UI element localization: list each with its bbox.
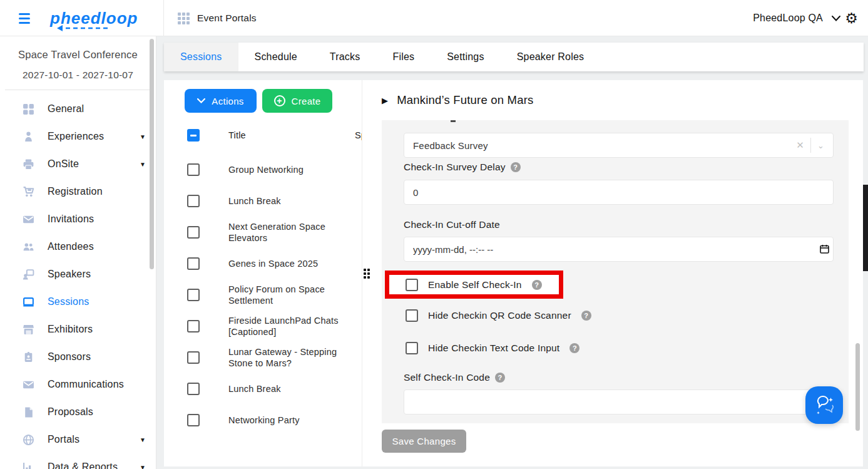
row-checkbox[interactable] [187,195,200,207]
checkin-settings-section: Feedback Survey ✕ ⌄ Check-In Survey Dela… [382,120,849,423]
column-divider [362,80,362,466]
chevron-down-icon: ▼ [140,161,146,168]
row-checkbox[interactable] [187,414,200,426]
sidebar-item-registration[interactable]: Registration [0,178,156,205]
enable-self-checkin-checkbox[interactable] [406,279,418,291]
row-checkbox[interactable] [187,257,200,270]
tab-speaker-roles[interactable]: Speaker Roles [501,43,601,71]
cart-icon [23,185,36,198]
sidebar-item-speakers[interactable]: Speakers [0,260,156,288]
table-row[interactable]: Policy Forum on Space Settlement [187,279,351,311]
sidebar-item-sponsors[interactable]: Sponsors [0,343,156,371]
clear-icon[interactable]: ✕ [796,140,804,151]
window-scrollbar-thumb[interactable] [863,185,868,271]
sidebar: Space Travel Conference 2027-10-01 - 202… [0,36,156,469]
chevron-down-icon: ▼ [140,464,146,469]
create-label: Create [292,96,321,106]
sidebar-item-label: Speakers [48,269,91,280]
hide-text-row: Hide Checkin Text Code Input ? [406,342,580,354]
row-checkbox[interactable] [187,163,200,176]
collapse-arrow-icon[interactable]: ▶ [382,96,388,105]
column-header-title[interactable]: Title [228,130,246,140]
select-all-checkbox[interactable] [187,129,200,142]
sidebar-item-sessions[interactable]: Sessions [0,288,156,316]
table-row[interactable]: Group Networking [187,154,351,185]
delay-label-row: Check-In Survey Delay ? [404,162,521,173]
sidebar-item-label: General [48,103,84,115]
hide-qr-label: Hide Checkin QR Code Scanner [428,310,571,321]
session-detail-panel: ▶ Mankind’s Future on Mars Feedback Surv… [374,80,864,466]
enable-self-checkin-label: Enable Self Check-In [428,279,522,291]
panel-scrollbar[interactable] [855,343,860,431]
sidebar-item-attendees[interactable]: Attendees [0,233,156,260]
hide-qr-row: Hide Checkin QR Code Scanner ? [406,309,591,322]
delay-input[interactable] [404,180,834,205]
help-icon[interactable]: ? [511,162,521,172]
table-row[interactable]: Networking Party [187,405,351,436]
help-icon[interactable]: ? [532,280,542,290]
sidebar-divider [5,90,151,90]
help-icon[interactable]: ? [569,343,580,353]
help-icon[interactable]: ? [495,373,505,383]
sidebar-item-portals[interactable]: Portals ▼ [0,426,156,453]
session-list-panel: Actions + Create Title Speakers Group Ne… [164,80,374,466]
save-changes-button[interactable]: Save Changes [382,430,466,453]
tab-sessions[interactable]: Sessions [164,43,238,71]
sidebar-item-label: Proposals [48,406,93,418]
event-dates: 2027-10-01 - 2027-10-07 [0,70,156,81]
annotation-highlight-box: Enable Self Check-In ? [385,271,563,299]
sidebar-item-exhibitors[interactable]: Exhibitors [0,316,156,343]
hide-text-checkbox[interactable] [406,342,418,354]
tab-files[interactable]: Files [376,43,431,71]
row-checkbox[interactable] [187,383,200,395]
sidebar-item-data-reports[interactable]: Data & Reports ▼ [0,453,156,469]
self-checkin-code-input[interactable] [404,389,834,415]
code-label: Self Check-In Code [404,372,490,383]
sidebar-item-label: Sponsors [48,351,91,363]
sidebar-nav: General Experiences ▼ OnSite ▼ Registrat… [0,95,156,469]
create-button[interactable]: + Create [262,89,332,113]
hide-qr-checkbox[interactable] [406,309,418,322]
hamburger-menu-icon[interactable] [19,13,30,24]
sidebar-item-invitations[interactable]: Invitations [0,205,156,233]
tab-tracks[interactable]: Tracks [314,43,377,71]
table-row[interactable]: Lunch Break [187,373,351,405]
cutoff-date-input[interactable] [404,237,834,262]
calendar-icon[interactable] [820,244,829,255]
table-row[interactable]: Lunch Break [187,185,351,217]
account-menu[interactable]: PheedLoop QA [753,0,840,36]
sidebar-scrollbar[interactable] [150,39,154,269]
chevron-down-icon[interactable]: ⌄ [817,141,824,150]
storefront-icon [23,323,36,336]
column-header-speakers[interactable]: Speakers [355,130,362,140]
sidebar-item-proposals[interactable]: Proposals [0,398,156,426]
sidebar-item-experiences[interactable]: Experiences ▼ [0,123,156,150]
sidebar-item-label: Communications [48,379,124,390]
feedback-survey-select[interactable]: Feedback Survey ✕ ⌄ [404,133,834,158]
pheedloop-logo[interactable]: pheedloop [50,9,138,28]
panel-resize-handle[interactable] [364,269,370,279]
table-row[interactable]: Fireside LaunchPad Chats [Captioned] [187,311,351,342]
tab-settings[interactable]: Settings [431,43,500,71]
table-row[interactable]: Next Generation Space Elevators [187,217,351,248]
help-icon[interactable]: ? [581,311,591,321]
delay-label: Check-In Survey Delay [404,162,506,173]
row-checkbox[interactable] [187,226,200,239]
row-checkbox[interactable] [187,320,200,332]
sidebar-item-onsite[interactable]: OnSite ▼ [0,150,156,178]
sidebar-item-communications[interactable]: Communications [0,371,156,398]
row-checkbox[interactable] [187,351,200,364]
cutoff-label-row: Check-In Cut-off Date [404,219,500,230]
actions-button[interactable]: Actions [185,89,257,113]
tab-schedule[interactable]: Schedule [238,43,314,71]
event-portals-button[interactable]: Event Portals [178,0,257,36]
table-row[interactable]: Genes in Space 2025 [187,248,351,279]
table-row[interactable]: Lunar Gateway - Stepping Stone to Mars? [187,342,351,373]
person-icon [23,130,36,143]
chat-support-button[interactable] [805,386,843,424]
sidebar-item-label: Invitations [48,214,94,225]
chart-icon [23,461,36,469]
gear-icon[interactable]: ⚙ [845,0,858,36]
row-checkbox[interactable] [187,289,200,301]
sidebar-item-general[interactable]: General [0,95,156,123]
